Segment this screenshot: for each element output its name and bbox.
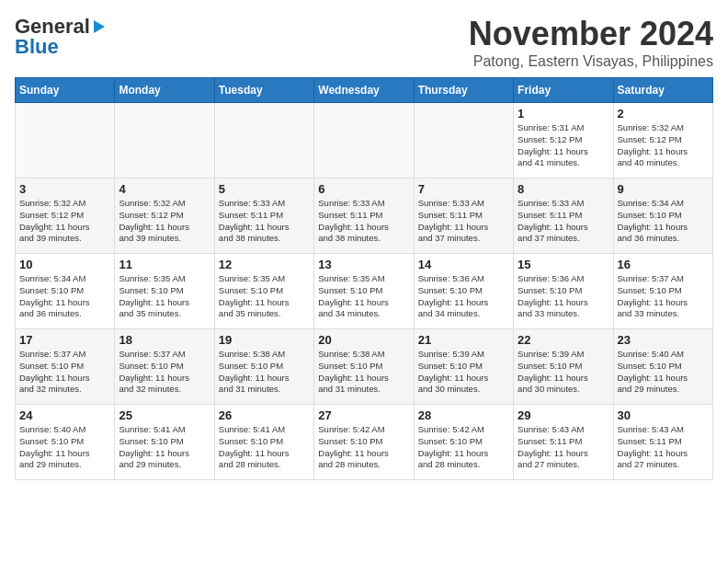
day-number: 4	[119, 182, 210, 196]
calendar-week-row: 3Sunrise: 5:32 AM Sunset: 5:12 PM Daylig…	[16, 178, 713, 254]
day-number: 27	[318, 408, 409, 422]
column-header-sunday: Sunday	[16, 78, 115, 103]
calendar-cell: 15Sunrise: 5:36 AM Sunset: 5:10 PM Dayli…	[514, 254, 613, 329]
cell-content: Sunrise: 5:34 AM Sunset: 5:10 PM Dayligh…	[618, 198, 709, 245]
column-header-monday: Monday	[115, 78, 214, 103]
calendar-cell	[414, 103, 513, 178]
calendar-cell: 23Sunrise: 5:40 AM Sunset: 5:10 PM Dayli…	[613, 329, 712, 405]
cell-content: Sunrise: 5:32 AM Sunset: 5:12 PM Dayligh…	[19, 198, 110, 245]
logo-arrow-icon	[94, 20, 105, 33]
day-number: 5	[219, 182, 310, 196]
day-number: 11	[119, 258, 210, 271]
day-number: 12	[219, 258, 310, 271]
day-number: 23	[618, 333, 709, 347]
cell-content: Sunrise: 5:37 AM Sunset: 5:10 PM Dayligh…	[119, 349, 210, 396]
calendar-week-row: 17Sunrise: 5:37 AM Sunset: 5:10 PM Dayli…	[16, 329, 713, 405]
day-number: 26	[219, 408, 310, 422]
calendar-week-row: 10Sunrise: 5:34 AM Sunset: 5:10 PM Dayli…	[16, 254, 713, 329]
cell-content: Sunrise: 5:42 AM Sunset: 5:10 PM Dayligh…	[318, 424, 409, 471]
calendar-cell	[115, 103, 214, 178]
cell-content: Sunrise: 5:33 AM Sunset: 5:11 PM Dayligh…	[318, 198, 409, 245]
cell-content: Sunrise: 5:35 AM Sunset: 5:10 PM Dayligh…	[318, 273, 409, 320]
title-section: November 2024 Patong, Eastern Visayas, P…	[469, 15, 713, 70]
calendar-cell: 11Sunrise: 5:35 AM Sunset: 5:10 PM Dayli…	[115, 254, 214, 329]
cell-content: Sunrise: 5:40 AM Sunset: 5:10 PM Dayligh…	[618, 349, 709, 396]
calendar-cell: 26Sunrise: 5:41 AM Sunset: 5:10 PM Dayli…	[214, 405, 313, 480]
column-header-tuesday: Tuesday	[214, 78, 313, 103]
cell-content: Sunrise: 5:43 AM Sunset: 5:11 PM Dayligh…	[518, 424, 609, 471]
cell-content: Sunrise: 5:43 AM Sunset: 5:11 PM Dayligh…	[618, 424, 709, 471]
cell-content: Sunrise: 5:32 AM Sunset: 5:12 PM Dayligh…	[119, 198, 210, 245]
calendar-cell: 1Sunrise: 5:31 AM Sunset: 5:12 PM Daylig…	[514, 103, 613, 178]
calendar-cell	[16, 103, 115, 178]
day-number: 21	[418, 333, 509, 347]
day-number: 14	[418, 258, 509, 271]
calendar-cell: 5Sunrise: 5:33 AM Sunset: 5:11 PM Daylig…	[214, 178, 313, 254]
cell-content: Sunrise: 5:35 AM Sunset: 5:10 PM Dayligh…	[219, 273, 310, 320]
day-number: 8	[518, 182, 609, 196]
day-number: 22	[518, 333, 609, 347]
cell-content: Sunrise: 5:33 AM Sunset: 5:11 PM Dayligh…	[418, 198, 509, 245]
cell-content: Sunrise: 5:41 AM Sunset: 5:10 PM Dayligh…	[219, 424, 310, 471]
day-number: 9	[618, 182, 709, 196]
calendar-cell: 4Sunrise: 5:32 AM Sunset: 5:12 PM Daylig…	[115, 178, 214, 254]
calendar-cell: 7Sunrise: 5:33 AM Sunset: 5:11 PM Daylig…	[414, 178, 513, 254]
day-number: 30	[618, 408, 709, 422]
calendar-cell: 24Sunrise: 5:40 AM Sunset: 5:10 PM Dayli…	[16, 405, 115, 480]
cell-content: Sunrise: 5:39 AM Sunset: 5:10 PM Dayligh…	[418, 349, 509, 396]
calendar-cell: 14Sunrise: 5:36 AM Sunset: 5:10 PM Dayli…	[414, 254, 513, 329]
day-number: 29	[518, 408, 609, 422]
day-number: 13	[318, 258, 409, 271]
cell-content: Sunrise: 5:33 AM Sunset: 5:11 PM Dayligh…	[219, 198, 310, 245]
month-title: November 2024	[469, 15, 713, 53]
cell-content: Sunrise: 5:35 AM Sunset: 5:10 PM Dayligh…	[119, 273, 210, 320]
calendar-cell	[314, 103, 414, 178]
calendar-cell: 18Sunrise: 5:37 AM Sunset: 5:10 PM Dayli…	[115, 329, 214, 405]
day-number: 18	[119, 333, 210, 347]
calendar-cell: 12Sunrise: 5:35 AM Sunset: 5:10 PM Dayli…	[214, 254, 313, 329]
cell-content: Sunrise: 5:37 AM Sunset: 5:10 PM Dayligh…	[19, 349, 110, 396]
cell-content: Sunrise: 5:32 AM Sunset: 5:12 PM Dayligh…	[618, 122, 709, 169]
day-number: 28	[418, 408, 509, 422]
cell-content: Sunrise: 5:38 AM Sunset: 5:10 PM Dayligh…	[219, 349, 310, 396]
location: Patong, Eastern Visayas, Philippines	[469, 53, 713, 70]
calendar-cell: 6Sunrise: 5:33 AM Sunset: 5:11 PM Daylig…	[314, 178, 414, 254]
calendar-cell: 29Sunrise: 5:43 AM Sunset: 5:11 PM Dayli…	[514, 405, 613, 480]
calendar-cell: 30Sunrise: 5:43 AM Sunset: 5:11 PM Dayli…	[613, 405, 712, 480]
day-number: 3	[19, 182, 110, 196]
calendar-cell: 3Sunrise: 5:32 AM Sunset: 5:12 PM Daylig…	[16, 178, 115, 254]
cell-content: Sunrise: 5:34 AM Sunset: 5:10 PM Dayligh…	[19, 273, 110, 320]
day-number: 17	[19, 333, 110, 347]
day-number: 15	[518, 258, 609, 271]
day-number: 7	[418, 182, 509, 196]
calendar-cell: 20Sunrise: 5:38 AM Sunset: 5:10 PM Dayli…	[314, 329, 414, 405]
day-number: 24	[19, 408, 110, 422]
day-number: 10	[19, 258, 110, 271]
calendar-cell: 25Sunrise: 5:41 AM Sunset: 5:10 PM Dayli…	[115, 405, 214, 480]
calendar-week-row: 1Sunrise: 5:31 AM Sunset: 5:12 PM Daylig…	[16, 103, 713, 178]
day-number: 19	[219, 333, 310, 347]
calendar-cell: 19Sunrise: 5:38 AM Sunset: 5:10 PM Dayli…	[214, 329, 313, 405]
calendar-cell: 2Sunrise: 5:32 AM Sunset: 5:12 PM Daylig…	[613, 103, 712, 178]
calendar-cell: 13Sunrise: 5:35 AM Sunset: 5:10 PM Dayli…	[314, 254, 414, 329]
day-number: 6	[318, 182, 409, 196]
logo: General Blue	[15, 15, 105, 59]
calendar-cell: 16Sunrise: 5:37 AM Sunset: 5:10 PM Dayli…	[613, 254, 712, 329]
logo-blue: Blue	[15, 35, 59, 59]
calendar-cell: 10Sunrise: 5:34 AM Sunset: 5:10 PM Dayli…	[16, 254, 115, 329]
cell-content: Sunrise: 5:33 AM Sunset: 5:11 PM Dayligh…	[518, 198, 609, 245]
cell-content: Sunrise: 5:40 AM Sunset: 5:10 PM Dayligh…	[19, 424, 110, 471]
column-header-thursday: Thursday	[414, 78, 513, 103]
calendar-cell: 8Sunrise: 5:33 AM Sunset: 5:11 PM Daylig…	[514, 178, 613, 254]
cell-content: Sunrise: 5:38 AM Sunset: 5:10 PM Dayligh…	[318, 349, 409, 396]
calendar-cell: 28Sunrise: 5:42 AM Sunset: 5:10 PM Dayli…	[414, 405, 513, 480]
calendar-body: 1Sunrise: 5:31 AM Sunset: 5:12 PM Daylig…	[16, 103, 713, 480]
calendar-cell: 17Sunrise: 5:37 AM Sunset: 5:10 PM Dayli…	[16, 329, 115, 405]
calendar-cell: 27Sunrise: 5:42 AM Sunset: 5:10 PM Dayli…	[314, 405, 414, 480]
column-header-wednesday: Wednesday	[314, 78, 414, 103]
calendar-cell	[214, 103, 313, 178]
calendar-week-row: 24Sunrise: 5:40 AM Sunset: 5:10 PM Dayli…	[16, 405, 713, 480]
column-header-friday: Friday	[514, 78, 613, 103]
calendar-cell: 9Sunrise: 5:34 AM Sunset: 5:10 PM Daylig…	[613, 178, 712, 254]
cell-content: Sunrise: 5:36 AM Sunset: 5:10 PM Dayligh…	[518, 273, 609, 320]
